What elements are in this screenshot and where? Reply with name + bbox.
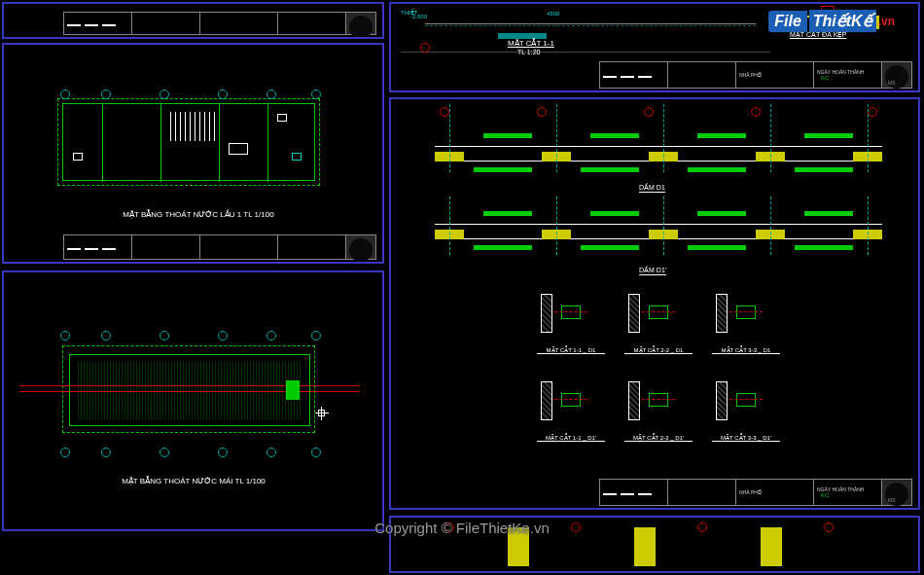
drawing-panel-beam-details: DẦM D1 DẦM D1' MẶT CẮT 1-1 _ D1 MẶT CẮ [389, 97, 920, 510]
grid-bubble-icon [311, 331, 321, 341]
title-cell [200, 235, 278, 259]
title-stamp-icon: MS [882, 480, 911, 505]
title-cell [278, 235, 346, 259]
title-cell [132, 13, 200, 34]
grid-bubble-icon [218, 331, 228, 341]
title-cell-date: NGÀY HOÀN THÀNHKC [814, 480, 882, 505]
beam-label: DẦM D1 [639, 184, 665, 193]
title-cell [278, 13, 346, 34]
section-title: MẶT CẮT 1-1 [508, 39, 554, 48]
drawing-title: MẶT BẰNG THOÁT NƯỚC LẦU 1 TL 1/100 [101, 210, 296, 219]
grid-bubble-icon [697, 522, 707, 532]
title-cell-project: NHÀ PHỐ [736, 480, 814, 505]
drawing-panel-floor-plan-1: MẶT BẰNG THOÁT NƯỚC LẦU 1 TL 1/100 [2, 43, 384, 264]
watermark-copyright: Copyright © FileThietKe.vn [374, 520, 549, 536]
grid-bubble-icon [311, 448, 321, 457]
grid-bubble-icon [160, 448, 169, 457]
grid-bubble-icon [420, 43, 430, 53]
grid-bubble-icon [160, 331, 169, 341]
grid-bubble-icon [60, 331, 70, 341]
fixture-icon [277, 114, 287, 122]
grid-bubble-icon [751, 107, 761, 117]
title-block: NHÀ PHỐ NGÀY HOÀN THÀNHKC MS [599, 61, 912, 89]
title-stamp-icon: MS [882, 62, 911, 88]
title-cell [600, 62, 668, 88]
section-detail: THIẾT -2.000 4300 [401, 9, 770, 53]
title-cell [132, 235, 200, 259]
title-cell [668, 62, 736, 88]
grid-bubble-icon [311, 90, 321, 99]
grid-bubble-icon [101, 448, 111, 457]
floor-plan-outline [62, 103, 315, 181]
column-icon [634, 527, 656, 566]
logo-file-text: File [768, 11, 807, 32]
grid-bubble-icon [644, 107, 654, 117]
title-cell [668, 480, 736, 505]
title-cell [64, 235, 132, 259]
dimension-text: 4300 [547, 11, 559, 17]
grid-bubble-icon [60, 90, 70, 99]
roof-outline [62, 345, 315, 433]
grid-bubble-icon [101, 90, 111, 99]
grid-bubble-icon [440, 107, 449, 117]
grid-bubble-icon [218, 448, 228, 457]
beam-section-detail: MẶT CẮT 1-1 _ D1' [537, 381, 605, 430]
title-cell [200, 13, 278, 34]
grid-bubble-icon [218, 90, 228, 99]
beam-label: DẦM D1' [639, 267, 666, 275]
fixture-icon [73, 153, 83, 161]
title-block [63, 234, 376, 260]
drawing-panel-header-strip [2, 2, 384, 39]
title-stamp-icon [346, 13, 375, 34]
roof-drain-icon [286, 380, 300, 400]
logo-vn-text: .vn [878, 15, 895, 28]
beam-section-detail: MẶT CẮT 2-2 _ D1 [624, 294, 693, 342]
beam-section-detail: MẶT CẮT 1-1 _ D1 [537, 294, 605, 342]
column-icon [761, 527, 782, 566]
logo-thietke-text: ThiếtKế [809, 10, 876, 32]
title-block [63, 12, 376, 35]
beam-section-detail: MẶT CẮT 3-3 _ D1 [712, 294, 780, 342]
title-cell [64, 13, 132, 34]
title-cell-project: NHÀ PHỐ [736, 62, 814, 88]
grid-bubble-icon [537, 107, 547, 117]
grid-bubble-icon [101, 331, 111, 341]
fixture-icon [292, 153, 302, 161]
section-scale: TL 1:20 [517, 49, 540, 55]
grid-bubble-icon [160, 90, 169, 99]
fixture-icon [229, 143, 248, 155]
cursor-icon [315, 407, 329, 420]
drawing-title: MẶT BẰNG THOÁT NƯỚC MÁI TL 1/100 [96, 477, 291, 485]
grid-bubble-icon [571, 522, 581, 532]
beam-elevation-d1p [435, 206, 882, 255]
beam-section-detail: MẶT CẮT 3-3 _ D1' [712, 381, 780, 430]
dimension-text: -2.000 [410, 14, 427, 19]
beam-section-detail: MẶT CẮT 2-2 _ D1' [624, 381, 693, 430]
grid-bubble-icon [267, 90, 276, 99]
grid-bubble-icon [868, 107, 877, 117]
grid-bubble-icon [267, 448, 276, 457]
title-stamp-icon [346, 235, 375, 259]
grid-bubble-icon [267, 331, 276, 341]
watermark-logo: File ThiếtKế .vn [768, 10, 895, 32]
title-block: NHÀ PHỐ NGÀY HOÀN THÀNHKC MS [599, 479, 912, 506]
grid-bubble-icon [824, 522, 834, 532]
title-cell [600, 480, 668, 505]
drawing-panel-roof-plan: MẶT BẰNG THOÁT NƯỚC MÁI TL 1/100 [2, 270, 384, 531]
grid-bubble-icon [60, 448, 70, 457]
title-cell-date: NGÀY HOÀN THÀNHKC [814, 62, 882, 88]
beam-elevation-d1 [435, 128, 882, 177]
